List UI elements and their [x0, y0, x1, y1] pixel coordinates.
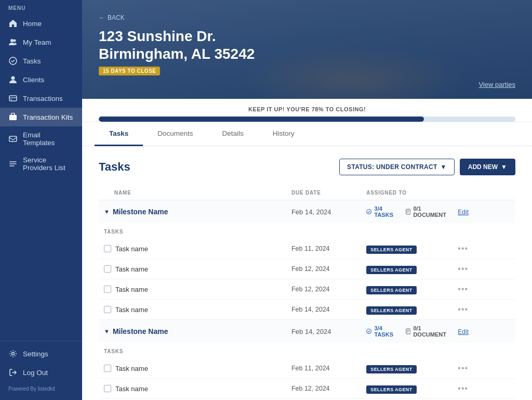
- back-link[interactable]: ← BACK: [99, 14, 125, 21]
- task-assigned-cell: SELLERS AGENT: [361, 279, 453, 300]
- task-more-button[interactable]: •••: [458, 244, 468, 253]
- task-name-text: Task name: [115, 245, 148, 253]
- sidebar: MENU Home My Team Tasks Clients Transact…: [0, 0, 82, 400]
- task-name-cell: Task name: [99, 239, 286, 259]
- task-more-cell: •••: [453, 279, 515, 300]
- chevron-down-icon: ▼: [441, 163, 447, 171]
- sidebar-item-email-templates[interactable]: Email Templates: [0, 126, 82, 151]
- main-content: ← BACK 123 Sunshine Dr. Birmingham, AL 3…: [82, 0, 532, 400]
- tasks-subheader-row: TASKS: [99, 223, 515, 239]
- document-icon: [406, 208, 411, 215]
- sellers-agent-badge: SELLERS AGENT: [366, 385, 416, 394]
- milestone-name-cell: ▼ Milestone Name: [99, 200, 286, 224]
- task-name-content: Task name: [104, 385, 281, 393]
- sellers-agent-badge: SELLERS AGENT: [366, 306, 416, 315]
- add-new-button[interactable]: ADD NEW ▼: [460, 159, 515, 175]
- tab-tasks[interactable]: Tasks: [95, 122, 143, 146]
- collapse-icon[interactable]: ▼: [104, 328, 110, 334]
- milestone-doc-badge: 0/1 DOCUMENT: [406, 325, 448, 338]
- milestone-name-cell: ▼ Milestone Name: [99, 320, 286, 343]
- tab-documents[interactable]: Documents: [143, 122, 207, 146]
- milestone-name: ▼ Milestone Name: [104, 327, 281, 336]
- task-more-button[interactable]: •••: [458, 384, 468, 393]
- sidebar-item-tasks[interactable]: Tasks: [0, 51, 82, 70]
- tab-details[interactable]: Details: [208, 122, 258, 146]
- milestone-edit-link[interactable]: Edit: [458, 209, 469, 216]
- table-row: Task name Feb 12, 2024 SELLERS AGENT •••: [99, 379, 515, 399]
- task-more-button[interactable]: •••: [458, 264, 468, 273]
- sidebar-item-my-team[interactable]: My Team: [0, 33, 82, 51]
- sidebar-item-settings[interactable]: Settings: [0, 344, 82, 363]
- sidebar-item-home[interactable]: Home: [0, 14, 82, 33]
- task-assigned-cell: SELLERS AGENT: [361, 259, 453, 279]
- transactions-icon: [8, 94, 18, 103]
- task-checkbox[interactable]: [104, 265, 111, 273]
- task-assigned-cell: SELLERS AGENT: [361, 358, 453, 379]
- collapse-icon[interactable]: ▼: [104, 209, 110, 215]
- task-checkbox[interactable]: [104, 245, 111, 252]
- task-more-cell: •••: [453, 239, 515, 259]
- milestone-meta: 3/4 TASKS 0/1 DOCUMENT: [366, 325, 447, 338]
- tasks-sublabel: TASKS: [104, 349, 123, 354]
- col-header-actions: [453, 186, 515, 200]
- team-icon: [8, 37, 18, 47]
- task-checkbox[interactable]: [104, 286, 111, 293]
- milestone-doc-badge: 0/1 DOCUMENT: [406, 205, 448, 218]
- svg-point-0: [10, 39, 14, 42]
- task-more-button[interactable]: •••: [458, 285, 468, 293]
- table-row: Task name Feb 11, 2024 SELLERS AGENT •••: [99, 358, 515, 379]
- svg-rect-12: [406, 329, 410, 334]
- milestone-row: ▼ Milestone Name Feb 14, 2024 3/4 TASKS: [99, 320, 515, 343]
- task-name-content: Task name: [104, 286, 281, 293]
- task-more-cell: •••: [453, 358, 515, 379]
- tasks-subheader-cell: TASKS: [99, 343, 515, 358]
- sidebar-item-transaction-kits[interactable]: Transaction Kits: [0, 108, 82, 126]
- progress-section: KEEP IT UP! YOU'RE 78% TO CLOSING!: [82, 99, 532, 122]
- kits-icon: [8, 112, 18, 122]
- task-checkbox[interactable]: [104, 365, 111, 372]
- svg-point-9: [367, 210, 371, 214]
- sellers-agent-badge: SELLERS AGENT: [366, 246, 416, 254]
- svg-rect-6: [9, 115, 17, 120]
- status-button[interactable]: STATUS: UNDER CONTRACT ▼: [339, 159, 455, 175]
- sidebar-item-service-providers[interactable]: Service Providers List: [0, 151, 82, 176]
- task-more-button[interactable]: •••: [458, 364, 468, 372]
- document-icon: [406, 328, 411, 335]
- table-row: Task name Feb 12, 2024 SELLERS AGENT •••: [99, 279, 515, 300]
- sellers-agent-badge: SELLERS AGENT: [366, 365, 416, 373]
- task-assigned-cell: SELLERS AGENT: [361, 379, 453, 399]
- svg-point-5: [11, 99, 12, 100]
- milestone-row: ▼ Milestone Name Feb 14, 2024 3/4 TASKS: [99, 200, 515, 224]
- table-row: Task name Feb 11, 2024 SELLERS AGENT •••: [99, 239, 515, 259]
- sidebar-item-clients[interactable]: Clients: [0, 70, 82, 89]
- milestone-tasks-badge: 3/4 TASKS: [366, 325, 395, 338]
- milestone-edit-link[interactable]: Edit: [458, 328, 469, 336]
- hero-section: ← BACK 123 Sunshine Dr. Birmingham, AL 3…: [82, 0, 532, 99]
- task-name-cell: Task name: [99, 259, 286, 279]
- task-checkbox[interactable]: [104, 385, 111, 392]
- chevron-down-icon-add: ▼: [501, 163, 507, 171]
- task-name-cell: Task name: [99, 300, 286, 320]
- task-name-text: Task name: [115, 286, 148, 293]
- task-name-text: Task name: [115, 265, 148, 273]
- task-more-button[interactable]: •••: [458, 305, 468, 314]
- tasks-title: Tasks: [99, 160, 130, 174]
- settings-icon: [8, 349, 18, 358]
- task-checkbox[interactable]: [104, 306, 111, 313]
- sidebar-item-logout[interactable]: Log Out: [0, 363, 82, 382]
- svg-point-1: [14, 40, 16, 42]
- task-due-date: Feb 12, 2024: [286, 379, 361, 399]
- milestone-due-date: Feb 14, 2024: [286, 320, 361, 343]
- task-more-cell: •••: [453, 259, 515, 279]
- tasks-table: NAME DUE DATE ASSIGNED TO ▼ Milestone Na…: [99, 186, 515, 400]
- svg-rect-7: [9, 136, 17, 141]
- milestone-edit-cell: Edit: [453, 320, 515, 343]
- task-due-date: Feb 12, 2024: [286, 259, 361, 279]
- sidebar-item-transactions[interactable]: Transactions: [0, 89, 82, 108]
- tasks-sublabel: TASKS: [104, 229, 123, 235]
- tab-history[interactable]: History: [258, 122, 309, 146]
- table-row: Task name Feb 14, 2024 SELLERS AGENT •••: [99, 300, 515, 320]
- col-header-name: NAME: [99, 186, 286, 200]
- check-circle-icon: [366, 208, 371, 215]
- task-name-content: Task name: [104, 245, 281, 253]
